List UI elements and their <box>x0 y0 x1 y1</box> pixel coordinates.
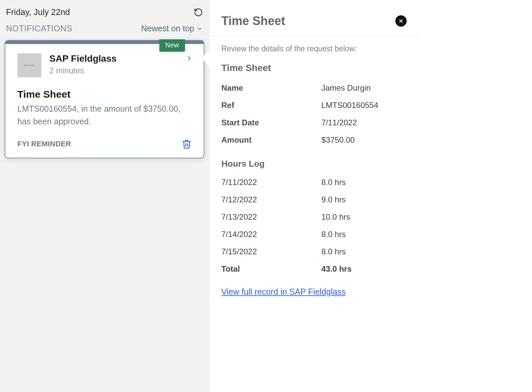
new-badge: New <box>159 39 185 52</box>
detail-pane: Time Sheet Review the details of the req… <box>209 0 419 392</box>
date-row: Friday, July 22nd <box>5 5 204 23</box>
field-row-ref: Ref LMTS00160554 <box>221 97 407 114</box>
field-row-amount: Amount $3750.00 <box>221 131 407 149</box>
section-title-hours-log: Hours Log <box>221 159 407 169</box>
hours-log-row: 7/14/20228.0 hrs <box>221 226 407 243</box>
logo-placeholder-text: 64 x 64 <box>24 64 35 67</box>
field-label: Name <box>221 79 321 97</box>
section-title-timesheet: Time Sheet <box>221 63 407 73</box>
field-row-start-date: Start Date 7/11/2022 <box>221 114 407 131</box>
app-logo-placeholder: 64 x 64 <box>17 53 41 77</box>
card-body: 64 x 64 SAP Fieldglass 2 minutes Time Sh… <box>5 41 204 158</box>
trash-icon[interactable] <box>182 139 192 149</box>
notifications-label: NOTIFICATIONS <box>6 24 72 33</box>
card-title: Time Sheet <box>17 89 192 100</box>
right-gutter <box>419 0 532 392</box>
view-full-record-link[interactable]: View full record in SAP Fieldglass <box>221 287 346 297</box>
log-date: 7/11/2022 <box>221 174 321 191</box>
notification-card[interactable]: New 64 x 64 SAP Fieldglass 2 minutes Tim… <box>5 40 204 158</box>
log-hours: 8.0 hrs <box>321 226 407 243</box>
field-row-name: Name James Durgin <box>221 79 407 97</box>
log-date: 7/14/2022 <box>221 226 321 243</box>
total-label: Total <box>221 260 321 278</box>
review-instruction: Review the details of the request below: <box>221 44 407 53</box>
refresh-icon[interactable] <box>194 8 203 17</box>
panel-pointer-arrow <box>201 49 210 67</box>
current-date: Friday, July 22nd <box>6 7 70 17</box>
log-hours: 8.0 hrs <box>321 174 407 191</box>
field-value: LMTS00160554 <box>321 97 407 114</box>
chevron-right-icon[interactable] <box>186 55 193 62</box>
hours-total-row: Total 43.0 hrs <box>221 260 407 278</box>
log-hours: 8.0 hrs <box>321 243 407 260</box>
chevron-down-icon <box>196 25 203 32</box>
hours-log-table: 7/11/20228.0 hrs7/12/20229.0 hrs7/13/202… <box>221 174 407 278</box>
hours-log-row: 7/15/20228.0 hrs <box>221 243 407 260</box>
log-date: 7/13/2022 <box>221 208 321 226</box>
detail-header: Time Sheet <box>209 0 419 36</box>
hours-log-row: 7/13/202210.0 hrs <box>221 208 407 226</box>
field-value: James Durgin <box>321 79 407 97</box>
sort-label: Newest on top <box>141 24 194 33</box>
log-date: 7/12/2022 <box>221 191 321 208</box>
notifications-header-row: NOTIFICATIONS Newest on top <box>5 23 204 37</box>
detail-body: Review the details of the request below:… <box>209 36 419 317</box>
card-header: 64 x 64 SAP Fieldglass 2 minutes <box>17 53 192 77</box>
field-label: Ref <box>221 97 321 114</box>
card-header-text: SAP Fieldglass 2 minutes <box>49 53 117 75</box>
log-date: 7/15/2022 <box>221 243 321 260</box>
card-footer: FYI REMINDER <box>17 139 192 149</box>
time-ago: 2 minutes <box>49 66 117 75</box>
timesheet-fields-table: Name James Durgin Ref LMTS00160554 Start… <box>221 79 407 149</box>
log-hours: 10.0 hrs <box>321 208 407 226</box>
detail-title: Time Sheet <box>221 14 285 28</box>
app-name: SAP Fieldglass <box>49 53 117 64</box>
card-description: LMTS00160554, in the amount of $3750.00,… <box>17 103 187 128</box>
close-icon <box>398 18 404 24</box>
field-label: Start Date <box>221 114 321 131</box>
sort-dropdown[interactable]: Newest on top <box>141 24 203 33</box>
fyi-reminder-label: FYI REMINDER <box>17 140 71 148</box>
hours-log-row: 7/11/20228.0 hrs <box>221 174 407 191</box>
notifications-pane: Friday, July 22nd NOTIFICATIONS Newest o… <box>0 0 209 392</box>
hours-log-row: 7/12/20229.0 hrs <box>221 191 407 208</box>
log-hours: 9.0 hrs <box>321 191 407 208</box>
field-value: $3750.00 <box>321 131 407 149</box>
field-value: 7/11/2022 <box>321 114 407 131</box>
close-button[interactable] <box>395 15 407 27</box>
field-label: Amount <box>221 131 321 149</box>
total-value: 43.0 hrs <box>321 260 407 278</box>
